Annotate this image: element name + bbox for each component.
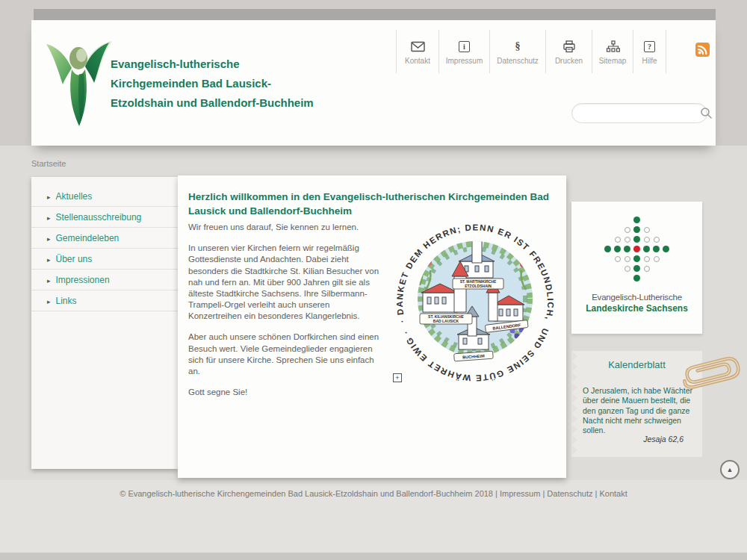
nav-label: Datenschutz	[497, 57, 539, 65]
search-icon[interactable]	[700, 107, 713, 119]
enlarge-image-button[interactable]: +	[393, 373, 402, 382]
nav-label: Hilfe	[642, 57, 657, 65]
mail-icon	[411, 39, 425, 54]
nav-kontakt[interactable]: Kontakt	[396, 30, 438, 73]
paragraph: In unseren vier Kirchen feiern wir regel…	[188, 243, 381, 322]
chevron-right-icon: ▸	[47, 214, 51, 222]
nav-hilfe[interactable]: ? Hilfe	[633, 30, 666, 73]
landeskirche-text-line2: Landeskirche Sachsens	[571, 303, 702, 314]
sitemap-icon	[606, 39, 620, 54]
welcome-text: Wir freuen uns darauf, Sie kennen zu ler…	[188, 222, 381, 408]
kalenderblatt-title: Kalenderblatt	[571, 359, 702, 370]
sidebar-item-aktuelles[interactable]: ▸Aktuelles	[31, 186, 178, 207]
nav-datenschutz[interactable]: § Datenschutz	[489, 30, 545, 73]
sidebar-item-links[interactable]: ▸Links	[31, 290, 178, 311]
nav-drucken[interactable]: Drucken	[545, 30, 592, 73]
utility-nav: Kontakt i Impressum § Datenschutz Drucke…	[396, 30, 666, 73]
sidebar: ▸Aktuelles ▸Stellenausschreibung ▸Gemein…	[31, 177, 178, 469]
chevron-right-icon: ▸	[47, 193, 51, 201]
scroll-to-top-button[interactable]: ▲	[720, 460, 740, 479]
printer-icon	[562, 39, 576, 54]
page-title: Herzlich willkommen in den Evangelisch-l…	[188, 190, 560, 219]
site-title-line2: Kirchgemeinden Bad Lausick-	[111, 74, 357, 93]
kalenderblatt-verse: O Jerusalem, ich habe Wächter über deine…	[583, 386, 696, 436]
footer-copyright: © Evangelisch-lutherische Kirchengemeind…	[0, 489, 747, 498]
search-box	[571, 103, 707, 123]
bottom-strip	[0, 553, 747, 560]
landeskirche-banner[interactable]: Evangelisch-Lutherische Landeskirche Sac…	[571, 202, 702, 334]
landeskirche-cross-logo	[603, 215, 671, 283]
kalenderblatt-card: Kalenderblatt O Jerusalem, ich habe Wäch…	[571, 351, 702, 457]
paragraph: Wir freuen uns darauf, Sie kennen zu ler…	[188, 222, 381, 233]
site-header: Evangelisch-lutherische Kirchgemeinden B…	[31, 20, 716, 146]
site-title-line1: Evangelisch-lutherische	[111, 55, 357, 74]
sidebar-menu: ▸Aktuelles ▸Stellenausschreibung ▸Gemein…	[31, 177, 178, 311]
info-icon: i	[459, 39, 470, 54]
main-content-panel: Herzlich willkommen in den Evangelisch-l…	[178, 175, 566, 478]
arrow-up-icon: ▲	[727, 467, 734, 473]
nav-label: Drucken	[555, 57, 583, 65]
landeskirche-text-line1: Evangelisch-Lutherische	[571, 293, 702, 302]
banner-martinikirche-line2: ETZOLDSHAIN	[465, 284, 492, 288]
nav-label: Sitemap	[599, 57, 627, 65]
chevron-right-icon: ▸	[47, 235, 51, 243]
search-input[interactable]	[572, 108, 700, 119]
top-gray-bar	[34, 9, 716, 20]
chevron-right-icon: ▸	[47, 298, 51, 305]
paragraph: Gott segne Sie!	[188, 387, 381, 398]
sidebar-item-stellenausschreibung[interactable]: ▸Stellenausschreibung	[31, 207, 178, 228]
sidebar-item-ueber-uns[interactable]: ▸Über uns	[31, 249, 178, 270]
kalenderblatt-source: Jesaja 62,6	[643, 435, 684, 444]
sidebar-item-gemeindeleben[interactable]: ▸Gemeindeleben	[31, 228, 178, 249]
banner-kilianskirche-line2: BAD LAUSICK	[433, 319, 459, 323]
chevron-right-icon: ▸	[47, 256, 51, 264]
nav-label: Kontakt	[405, 57, 430, 65]
help-icon: ?	[644, 39, 655, 54]
site-title-line3: Etzoldshain und Ballendorf-Buchheim	[111, 93, 357, 113]
nav-label: Impressum	[446, 57, 483, 65]
nav-impressum[interactable]: i Impressum	[438, 30, 489, 73]
church-seal-image[interactable]: ST. MARTINIKIRCHE ETZOLDSHAIN ST. KILIAN…	[390, 218, 560, 384]
rss-icon[interactable]	[695, 43, 710, 57]
sidebar-item-impressionen[interactable]: ▸Impressionen	[31, 270, 178, 290]
site-title[interactable]: Evangelisch-lutherische Kirchgemeinden B…	[111, 55, 357, 113]
paragraph-icon: §	[515, 39, 521, 54]
chevron-right-icon: ▸	[47, 277, 51, 284]
church-figure-logo[interactable]	[43, 35, 118, 129]
breadcrumb[interactable]: Startseite	[31, 159, 66, 168]
nav-sitemap[interactable]: Sitemap	[592, 30, 633, 73]
paragraph: Aber auch unsere schönen Dorfkirchen sin…	[188, 332, 381, 377]
